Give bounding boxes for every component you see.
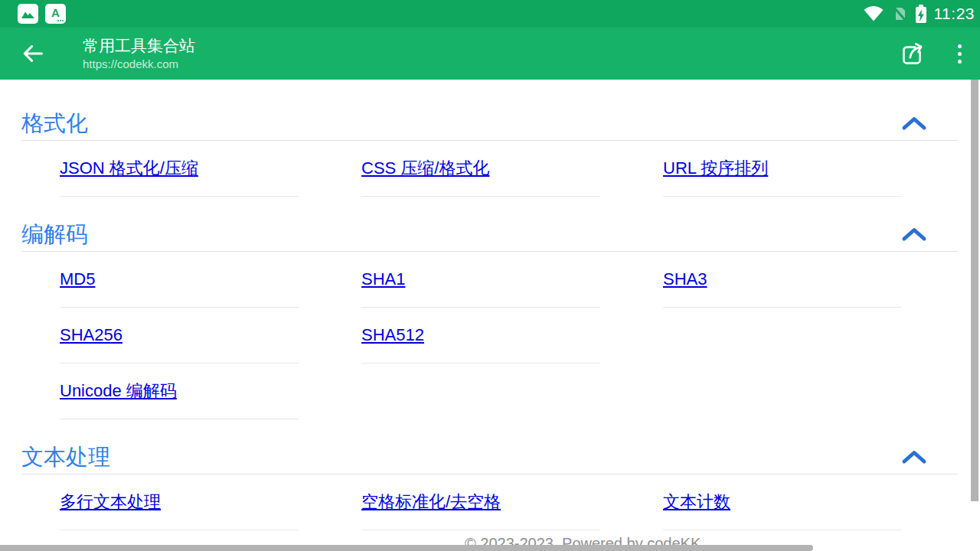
image-notification-icon [18,4,38,24]
page-url: https://codekk.com [83,57,195,71]
tool-link-sha256[interactable]: SHA256 [60,325,122,345]
section-title: 格式化 [21,110,88,136]
tool-link-css-compress[interactable]: CSS 压缩/格式化 [361,157,489,180]
back-button[interactable] [15,37,49,70]
app-bar-actions [898,39,963,68]
chevron-up-icon [901,227,927,242]
open-in-browser-icon [898,39,927,68]
tool-item: SHA3 [663,252,902,308]
tool-link-sha1[interactable]: SHA1 [361,269,405,289]
tool-item: CSS 压缩/格式化 [361,141,600,197]
tool-link-whitespace[interactable]: 空格标准化/去空格 [361,491,501,514]
chevron-up-icon [901,116,927,131]
app-bar: 常用工具集合站 https://codekk.com [0,28,980,80]
vertical-scrollbar[interactable] [971,80,978,501]
tool-link-sha512[interactable]: SHA512 [361,325,424,345]
back-arrow-icon [20,41,44,66]
tool-link-multiline-text[interactable]: 多行文本处理 [60,491,161,514]
status-bar-clock: 11:23 [934,5,975,23]
status-bar-notifications: A [18,4,66,24]
section-collapse-button[interactable] [901,116,927,131]
section-formatting: 格式化 JSON 格式化/压缩 CSS 压缩/格式化 URL 按序排列 [21,80,958,197]
tool-item: SHA256 [60,308,299,364]
tool-link-sha3[interactable]: SHA3 [663,269,707,289]
section-encoding: 编解码 MD5 SHA1 SHA3 SHA256 [21,221,958,419]
tool-item: Unicode 编解码 [60,364,299,419]
section-title: 文本处理 [21,444,110,470]
open-in-browser-button[interactable] [898,39,927,68]
section-title: 编解码 [21,221,88,247]
auto-text-notification-icon: A [45,4,66,24]
grid-spacer [663,308,902,364]
battery-charging-icon [916,5,926,23]
wifi-icon [864,6,884,21]
no-sim-icon [891,5,908,22]
tool-link-url-sort[interactable]: URL 按序排列 [663,157,768,180]
tool-item: 空格标准化/去空格 [361,474,600,530]
horizontal-scrollbar[interactable] [0,545,813,551]
tool-link-json-format[interactable]: JSON 格式化/压缩 [60,157,198,180]
section-text-processing: 文本处理 多行文本处理 空格标准化/去空格 文本计数 [21,444,958,530]
tool-item: SHA512 [361,308,600,364]
page-title: 常用工具集合站 [83,36,195,56]
app-bar-titles: 常用工具集合站 https://codekk.com [83,36,195,71]
tool-item: 文本计数 [663,474,902,530]
chevron-up-icon [901,449,927,465]
tool-item: SHA1 [361,252,600,308]
tool-item: 多行文本处理 [60,474,299,530]
tool-link-md5[interactable]: MD5 [60,269,95,289]
tool-item: URL 按序排列 [663,141,902,197]
status-bar-indicators: 11:23 [864,5,975,23]
tool-link-text-count[interactable]: 文本计数 [663,491,730,514]
page-content: 格式化 JSON 格式化/压缩 CSS 压缩/格式化 URL 按序排列 [0,80,980,551]
section-collapse-button[interactable] [901,449,927,465]
section-collapse-button[interactable] [901,227,927,242]
tool-item: MD5 [60,252,299,308]
tool-item: JSON 格式化/压缩 [60,141,299,197]
tool-link-unicode[interactable]: Unicode 编解码 [60,380,177,403]
overflow-menu-button[interactable] [956,41,963,67]
status-bar: A 11:23 [0,0,980,28]
